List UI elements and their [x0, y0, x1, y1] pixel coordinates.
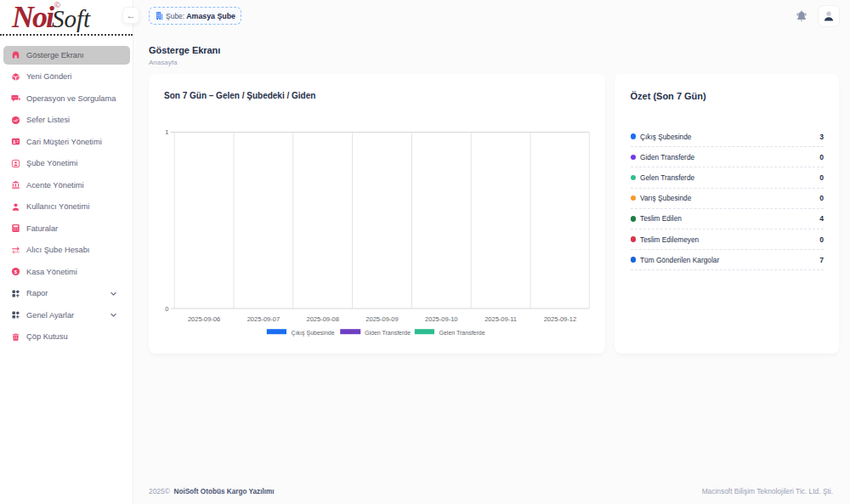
svg-text:2025-09-06: 2025-09-06 [188, 315, 220, 323]
svg-text:2025-09-09: 2025-09-09 [366, 315, 398, 323]
svg-text:Gelen Transferde: Gelen Transferde [439, 330, 485, 336]
svg-text:2025-09-12: 2025-09-12 [544, 315, 576, 323]
svg-text:0: 0 [165, 305, 168, 313]
svg-text:2025-09-11: 2025-09-11 [484, 315, 517, 323]
svg-text:2025-09-10: 2025-09-10 [425, 315, 457, 323]
svg-text:2025-09-08: 2025-09-08 [307, 315, 339, 323]
svg-text:Giden Transferde: Giden Transferde [365, 330, 411, 336]
svg-text:1: 1 [165, 128, 168, 136]
svg-text:2025-09-07: 2025-09-07 [247, 315, 280, 323]
svg-text:9: 9 [19, 98, 20, 102]
svg-text:Çıkış Şubesinde: Çıkış Şubesinde [292, 330, 335, 337]
